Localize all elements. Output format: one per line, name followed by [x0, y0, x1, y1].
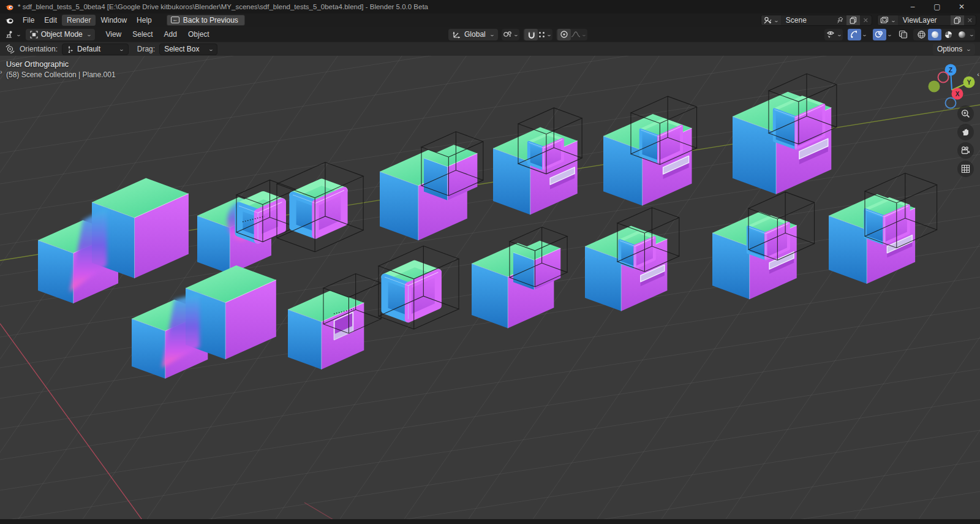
gizmo-axis-neg-z[interactable] [945, 97, 957, 109]
menu-file[interactable]: File [18, 15, 39, 26]
show-overlays-toggle[interactable] [873, 29, 886, 40]
sdf-top-6-groove[interactable] [603, 96, 697, 205]
shading-solid-button[interactable] [928, 29, 941, 40]
view-layer-name: ViewLayer [898, 16, 951, 25]
menu-edit[interactable]: Edit [39, 15, 62, 26]
pivot-point-dropdown[interactable]: ⌄ [502, 29, 519, 40]
maximize-button[interactable]: ▢ [929, 2, 946, 11]
orientation-dropdown[interactable]: Default ⌄ [62, 44, 129, 55]
mode-dropdown[interactable]: Object Mode ⌄ [26, 29, 96, 40]
scene-canvas[interactable] [0, 56, 980, 519]
unlink-scene-icon[interactable]: ✕ [863, 17, 869, 25]
show-gizmo-toggle[interactable] [848, 29, 861, 40]
shading-wireframe-button[interactable] [914, 29, 928, 40]
menu-window[interactable]: Window [96, 15, 132, 26]
sdf-bottom-2-notch[interactable] [288, 273, 381, 369]
viewport-menu-select[interactable]: Select [127, 29, 158, 40]
gizmo-chevron-icon[interactable]: ⌄ [862, 32, 867, 37]
new-view-layer-copy-icon[interactable] [954, 17, 961, 24]
sdf-bottom-6-groove[interactable] [712, 192, 815, 299]
editor-type-group[interactable]: ⌄ [5, 30, 21, 39]
magnet-icon [527, 31, 535, 39]
title-bar: * sdf_blend_tests_5_0beta4 [E:\Google Dr… [0, 0, 980, 13]
shading-material-button[interactable] [941, 29, 955, 40]
mode-chevron-icon: ⌄ [86, 32, 91, 37]
sdf-bottom-3-intersect[interactable] [379, 246, 459, 329]
menu-help[interactable]: Help [132, 15, 157, 26]
gizmo-axis-neg-y[interactable] [929, 81, 940, 93]
back-to-previous-button[interactable]: ← Back to Previous [167, 15, 245, 26]
active-tool-icon[interactable] [5, 44, 15, 54]
sdf-top-5-groove[interactable] [493, 108, 582, 215]
scene-selector[interactable]: ⌄ Scene ✕ [761, 15, 872, 26]
hand-icon [961, 127, 970, 137]
object-mode-icon [30, 31, 38, 39]
view-layer-selector[interactable]: ⌄ ViewLayer ✕ [877, 15, 976, 26]
gizmo-axis-neg-x[interactable] [938, 72, 949, 83]
toolbar-toggle-arrow[interactable]: › [0, 68, 2, 75]
pan-button[interactable] [957, 124, 974, 140]
back-screen-icon: ← [171, 17, 179, 23]
minimize-button[interactable]: – [904, 2, 921, 11]
transform-orientation-dropdown[interactable]: Global ⌄ [448, 29, 498, 40]
viewport-menus: ViewSelectAddObject [100, 29, 214, 40]
menu-items: FileEditRenderWindowHelp [18, 15, 157, 26]
viewport-menu-object[interactable]: Object [183, 29, 215, 40]
orientation-value: Default [77, 45, 100, 54]
scene-chevron-icon: ⌄ [774, 18, 779, 23]
xray-toggle[interactable] [896, 29, 910, 40]
3d-viewport[interactable]: User Orthographic (58) Scene Collection … [0, 56, 980, 519]
overlays-icon [875, 30, 884, 39]
scene-icon [764, 17, 772, 24]
new-scene-copy-icon[interactable] [850, 17, 857, 24]
sdf-bottom-4-union[interactable] [472, 227, 567, 328]
overlays-chevron-icon[interactable]: ⌄ [886, 32, 892, 37]
tool-settings-bar: Orientation: Default ⌄ Drag: Select Box … [0, 42, 980, 56]
shading-chevron-icon[interactable]: ⌄ [969, 32, 974, 37]
orientation-dd-chevron-icon: ⌄ [119, 47, 124, 52]
snap-settings[interactable]: ⌄ [538, 29, 551, 40]
viewport-menu-view[interactable]: View [100, 29, 127, 40]
shading-rendered-button[interactable] [955, 29, 968, 40]
sdf-top-7-groove[interactable] [733, 74, 837, 194]
drag-dropdown[interactable]: Select Box ⌄ [159, 44, 217, 55]
proportional-editing-toggle[interactable] [557, 29, 571, 40]
gizmo-axis-y[interactable]: Y [963, 77, 975, 88]
pivot-chevron-icon: ⌄ [513, 32, 519, 37]
shading-mode-group: ⌄ [913, 29, 975, 40]
sdf-top-2-smooth-attach[interactable] [197, 180, 296, 274]
zoom-button[interactable] [957, 105, 974, 122]
rendered-sphere-icon [959, 31, 965, 38]
sdf-bottom-5-groove[interactable] [585, 208, 679, 311]
sdf-top-1-smooth-union[interactable] [38, 178, 189, 303]
viewport-menu-add[interactable]: Add [159, 29, 183, 40]
proportional-falloff-dropdown[interactable]: ⌄ [571, 29, 586, 40]
camera-view-button[interactable] [957, 142, 974, 159]
transform-orientation-label: Global [464, 30, 486, 39]
sdf-top-4-union[interactable] [380, 132, 483, 240]
visibility-dropdown[interactable]: ⌄ [824, 29, 843, 40]
toggle-ortho-button[interactable] [957, 161, 974, 177]
material-sphere-icon [945, 31, 952, 38]
options-chevron-icon: ⌄ [966, 47, 971, 52]
status-bar [0, 519, 980, 524]
falloff-curve-icon [571, 31, 581, 38]
mode-label: Object Mode [41, 30, 83, 39]
x-axis-line-far [304, 503, 341, 519]
sdf-bottom-7-groove[interactable] [829, 173, 937, 284]
drag-dd-chevron-icon: ⌄ [208, 47, 213, 52]
scene-name: Scene [781, 16, 834, 25]
sdf-top-3-intersect[interactable] [277, 162, 363, 252]
menu-render[interactable]: Render [62, 15, 96, 26]
remove-view-layer-icon[interactable]: ✕ [967, 17, 973, 25]
pin-icon[interactable] [837, 17, 843, 24]
viewport-header: ⌄ Object Mode ⌄ ViewSelectAddObject Glob… [0, 27, 980, 42]
close-button[interactable]: ✕ [953, 2, 970, 11]
snap-toggle[interactable] [524, 29, 538, 40]
xray-icon [899, 30, 908, 39]
blender-menu-icon[interactable] [5, 17, 14, 25]
options-dropdown[interactable]: Options ⌄ [933, 44, 975, 55]
snap-chevron-icon: ⌄ [546, 32, 552, 37]
visibility-chevron-icon: ⌄ [837, 32, 842, 37]
falloff-chevron-icon: ⌄ [581, 32, 587, 37]
